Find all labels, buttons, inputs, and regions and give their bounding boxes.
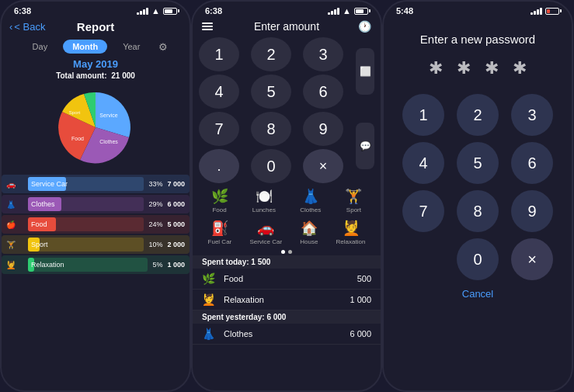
num-3[interactable]: 3	[303, 37, 343, 71]
tab-day[interactable]: Day	[23, 40, 57, 54]
pwd-backspace[interactable]: ×	[511, 238, 553, 280]
pwd-num-9[interactable]: 9	[511, 190, 553, 232]
backspace-btn[interactable]: ×	[303, 149, 343, 183]
pie-chart: Service Clothes Food Sport	[2, 85, 190, 170]
num-5[interactable]: 5	[251, 75, 291, 109]
page-dots	[193, 250, 381, 254]
clock-icon[interactable]: 🕐	[358, 20, 371, 33]
num-4[interactable]: 4	[199, 75, 239, 109]
legend-item-clothes: 👗 Clothes 29% 6 000	[2, 195, 190, 213]
back-button[interactable]: ‹ < Back	[9, 21, 45, 33]
num-dot[interactable]: .	[199, 149, 239, 183]
house-icon: 🏠	[301, 220, 318, 237]
num-9[interactable]: 9	[303, 112, 343, 146]
pwd-num-5[interactable]: 5	[457, 142, 499, 184]
lunches-label: Lunches	[252, 206, 276, 213]
svg-text:Food: Food	[71, 136, 84, 141]
cat-house[interactable]: 🏠 House	[300, 220, 318, 245]
pwd-num-8[interactable]: 8	[457, 190, 499, 232]
num-7[interactable]: 7	[199, 112, 239, 146]
sport-icon: 🏋	[6, 241, 16, 249]
cat-service[interactable]: 🚗 Service Car	[249, 220, 282, 245]
num-6[interactable]: 6	[303, 75, 343, 109]
menu-icon[interactable]	[202, 23, 213, 30]
category-row-1: 🌿 Food 🍽️ Lunches 👗 Clothes 🏋 Sport	[193, 185, 381, 217]
signal-icon-2	[328, 8, 339, 15]
svg-text:Sport: Sport	[69, 110, 81, 115]
tab-year[interactable]: Year	[113, 40, 149, 54]
relaxation-cat-icon: 💆	[343, 220, 360, 237]
pwd-num-4[interactable]: 4	[402, 142, 444, 184]
dot-2	[288, 250, 292, 254]
cat-lunches[interactable]: 🍽️ Lunches	[252, 188, 276, 213]
food-icon-legend: 🍎	[6, 220, 16, 229]
spent-yesterday-section: Spent yesterday: 6 000	[193, 310, 381, 324]
wifi-icon-2: ▲	[343, 6, 351, 16]
status-icons-1: ▲	[137, 6, 177, 16]
legend-item-sport: 🏋 Sport 10% 2 000	[2, 235, 190, 254]
sport-cat-label: Sport	[346, 206, 361, 213]
clothes-cat-label: Clothes	[300, 206, 321, 213]
pwd-dot-3: ✱	[485, 58, 499, 78]
side-btn-1[interactable]: ⬜	[356, 48, 374, 95]
relaxation-expense-icon: 💆	[202, 293, 217, 306]
clothes-expense-icon: 👗	[202, 328, 217, 340]
service-icon: 🚗	[257, 220, 274, 237]
pwd-num-0[interactable]: 0	[457, 238, 499, 280]
sport-cat-icon: 🏋	[345, 188, 362, 205]
pwd-num-3[interactable]: 3	[511, 94, 553, 136]
tab-row: Day Month Year ⚙	[2, 40, 190, 54]
pwd-num-1[interactable]: 1	[402, 94, 444, 136]
time-3: 5:48	[396, 6, 413, 16]
side-btn-2[interactable]: 💬	[356, 123, 374, 169]
cat-fuel[interactable]: ⛽ Fuel Car	[208, 220, 232, 245]
cancel-button[interactable]: Cancel	[462, 288, 493, 300]
time-2: 6:38	[205, 6, 222, 16]
side-buttons: ⬜ 💬	[352, 37, 374, 183]
num-1[interactable]: 1	[199, 37, 239, 71]
lunches-icon: 🍽️	[256, 188, 273, 205]
food-expense-name: Food	[224, 274, 357, 283]
phone-report: 6:38 ▲ ‹ < Back Report Day Month Year ⚙ …	[0, 0, 191, 392]
expense-food[interactable]: 🌿 Food 500	[193, 269, 381, 290]
cat-relaxation[interactable]: 💆 Relaxation	[336, 220, 366, 245]
clothes-cat-icon: 👗	[302, 188, 319, 205]
fuel-label: Fuel Car	[208, 238, 232, 245]
relaxation-expense-amount: 1 000	[350, 295, 371, 304]
pwd-num-7[interactable]: 7	[402, 190, 444, 232]
num-0[interactable]: 0	[251, 149, 291, 183]
tab-month[interactable]: Month	[63, 40, 107, 54]
expense-clothes[interactable]: 👗 Clothes 6 000	[193, 324, 381, 345]
month-title: May 2019	[2, 58, 190, 70]
cat-clothes[interactable]: 👗 Clothes	[300, 188, 321, 213]
settings-icon[interactable]: ⚙	[158, 41, 168, 53]
relaxation-label: Relaxation	[336, 238, 366, 245]
cat-sport[interactable]: 🏋 Sport	[345, 188, 362, 213]
phone-password: 5:48 Enter a new password ✱ ✱ ✱ ✱ 1 2 3 …	[382, 0, 573, 392]
expense-relaxation[interactable]: 💆 Relaxation 1 000	[193, 290, 381, 310]
phone-enter-amount: 6:38 ▲ Enter amount 🕐 1 2 3 4 5	[191, 0, 382, 392]
relaxation-expense-name: Relaxation	[224, 295, 350, 304]
time-1: 6:38	[14, 6, 31, 16]
num-8[interactable]: 8	[251, 112, 291, 146]
numpad-grid: 1 2 3 4 5 6 7 8 9 . 0 ×	[199, 37, 352, 183]
amount-title: Enter amount	[254, 20, 319, 33]
nav-bar-1: ‹ < Back Report	[2, 17, 190, 36]
cat-food[interactable]: 🌿 Food	[211, 188, 228, 213]
status-bar-3: 5:48	[384, 2, 572, 17]
wifi-icon: ▲	[151, 6, 160, 16]
pwd-dot-4: ✱	[513, 58, 527, 78]
password-content: Enter a new password ✱ ✱ ✱ ✱ 1 2 3 4 5 6…	[384, 17, 572, 390]
status-bar-2: 6:38 ▲	[193, 2, 381, 17]
food-expense-icon: 🌿	[202, 272, 217, 285]
status-icons-3	[531, 8, 559, 15]
password-dots: ✱ ✱ ✱ ✱	[429, 58, 527, 78]
legend-list: 🚗 Service Car 33% 7 000 👗 Clothes 29% 6 …	[2, 175, 190, 276]
house-label: House	[300, 238, 318, 245]
pwd-num-6[interactable]: 6	[511, 142, 553, 184]
password-numpad: 1 2 3 4 5 6 7 8 9 0 ×	[391, 94, 564, 280]
pwd-num-2[interactable]: 2	[457, 94, 499, 136]
status-bar-1: 6:38 ▲	[2, 2, 190, 17]
pwd-dot-2: ✱	[457, 58, 471, 78]
num-2[interactable]: 2	[251, 37, 291, 71]
